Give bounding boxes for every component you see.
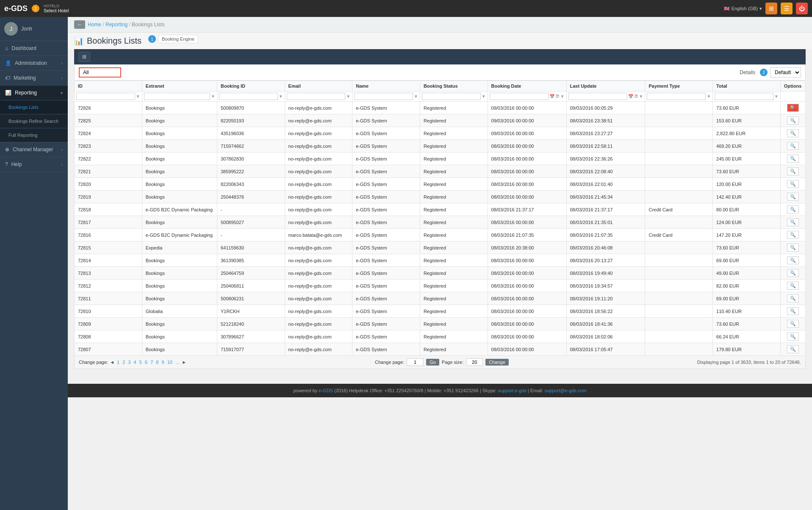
sidebar-sub-reporting: Bookings Lists Bookings Refine Search Fu… — [0, 100, 68, 142]
view-booking-button[interactable]: 🔍 — [787, 294, 799, 302]
filter-id-input[interactable] — [76, 93, 135, 100]
table-cell: 08/03/2016 18:56:22 — [566, 305, 645, 318]
table-cell: 09/03/2016 00:00:00 — [488, 114, 566, 127]
page-link[interactable]: 5 — [139, 360, 144, 365]
filter-last-update-input[interactable] — [568, 93, 627, 100]
page-link[interactable]: 3 — [127, 360, 133, 365]
view-booking-button[interactable]: 🔍 — [787, 193, 799, 201]
language-selector[interactable]: 🇬🇧 English (GB) ▾ — [724, 6, 762, 11]
view-booking-button[interactable]: 🔍 — [787, 116, 799, 125]
calendar2-icon[interactable]: 📅 — [628, 94, 633, 99]
sidebar-item-help[interactable]: ? Help › — [0, 157, 68, 172]
page-link[interactable]: 7 — [150, 360, 155, 365]
view-booking-button[interactable]: 🔍 — [787, 345, 799, 353]
page-link[interactable]: 9 — [161, 360, 166, 365]
chevron-down-icon: ▾ — [61, 91, 63, 95]
change-page-center-label: Change page: — [375, 360, 404, 365]
view-booking-button[interactable]: 🔍 — [787, 307, 799, 315]
options-cell: 🔍 — [780, 241, 805, 254]
view-booking-button[interactable]: 🔍 — [787, 231, 799, 239]
breadcrumb-home[interactable]: Home — [88, 22, 101, 28]
details-dropdown[interactable]: Default — [770, 67, 801, 78]
view-booking-button[interactable]: 🔍 — [787, 320, 799, 328]
filter-total-input[interactable] — [715, 93, 773, 100]
sidebar-item-reporting[interactable]: 📊 Reporting ▾ — [0, 86, 68, 100]
power-icon[interactable]: ⏻ — [796, 3, 808, 14]
sidebar-item-channel-manager[interactable]: ⊕ Channel Manager › — [0, 142, 68, 157]
footer-email-link[interactable]: support@e-gds.com — [544, 388, 586, 393]
sidebar-item-dashboard[interactable]: ⌂ Dashboard — [0, 41, 68, 56]
avatar: J — [4, 22, 18, 36]
filter-extranet-input[interactable] — [144, 93, 210, 100]
view-booking-button[interactable]: 🔍 — [787, 256, 799, 264]
filter-bar: Details 2 Default — [74, 64, 806, 80]
filter-booking-id-icon[interactable]: ▼ — [279, 94, 283, 99]
filter-total-icon[interactable]: ▼ — [774, 94, 779, 99]
sidebar-item-bookings-lists[interactable]: Bookings Lists — [0, 100, 68, 114]
filter-extranet-icon[interactable]: ▼ — [211, 94, 215, 99]
prev-page-arrow[interactable]: ◄ — [110, 360, 114, 365]
sidebar-item-bookings-refine-search[interactable]: Bookings Refine Search — [0, 114, 68, 128]
filter-name-icon[interactable]: ▼ — [414, 94, 418, 99]
page-link[interactable]: 10 — [166, 360, 175, 365]
view-booking-button[interactable]: 🔍 — [787, 244, 799, 252]
sidebar-item-full-reporting[interactable]: Full Reporting — [0, 128, 68, 142]
table-cell: 73.60 EUR — [713, 241, 781, 254]
table-cell: 08/03/2016 19:49:40 — [566, 267, 645, 280]
hotel-selector[interactable]: HOTELS: Select Hotel — [44, 4, 69, 13]
footer-skype-link[interactable]: support.e-gds — [498, 388, 527, 393]
notification-badge[interactable]: 1 — [32, 5, 39, 12]
filter-booking-id-input[interactable] — [219, 93, 278, 100]
grid-view-button[interactable]: ⊞ — [78, 52, 90, 62]
menu-icon[interactable]: ☰ — [781, 3, 793, 14]
go-button[interactable]: Go — [426, 359, 439, 366]
page-link[interactable]: 1 — [116, 360, 122, 365]
view-booking-button[interactable]: 🔍 — [787, 155, 799, 163]
view-booking-button[interactable]: 🔍 — [787, 167, 799, 175]
page-link[interactable]: 6 — [144, 360, 150, 365]
page-link[interactable]: ... — [175, 360, 180, 365]
view-booking-button[interactable]: 🔍 — [787, 142, 799, 150]
filter-status-input[interactable] — [422, 93, 481, 100]
filter-booking-date-input[interactable] — [490, 93, 549, 100]
view-booking-button[interactable]: 🔍 — [787, 333, 799, 341]
clock2-icon[interactable]: ⏱ — [634, 94, 638, 99]
footer-egds-link[interactable]: e-GDS — [319, 388, 333, 393]
view-booking-button[interactable]: 🔍 — [787, 218, 799, 226]
filter-email-input[interactable] — [287, 93, 346, 100]
pagination-left: Change page: ◄ 1 2 3 4 5 6 7 8 9 10 ... … — [79, 360, 186, 365]
view-booking-button[interactable]: 🔍 — [787, 180, 799, 188]
page-link[interactable]: 8 — [155, 360, 161, 365]
view-booking-button[interactable]: 🔍 — [787, 269, 799, 277]
table-cell: 2,822.80 EUR — [713, 127, 781, 140]
table-cell: Bookings — [142, 267, 217, 280]
view-booking-button[interactable]: 🔍 — [787, 205, 799, 213]
page-size-input[interactable] — [466, 358, 483, 366]
filter-id-icon[interactable]: ▼ — [136, 94, 140, 99]
view-booking-button[interactable]: 🔍 — [787, 104, 799, 112]
filter-email-icon[interactable]: ▼ — [346, 94, 350, 99]
clock-icon[interactable]: ⏱ — [555, 94, 560, 99]
next-page-arrow[interactable]: ► — [182, 360, 186, 365]
filter-status-icon[interactable]: ▼ — [482, 94, 486, 99]
page-input[interactable] — [407, 358, 424, 366]
sidebar-item-marketing[interactable]: 🏷 Marketing › — [0, 71, 68, 86]
view-booking-button[interactable]: 🔍 — [787, 282, 799, 290]
sidebar-item-administration[interactable]: 👤 Administration › — [0, 56, 68, 71]
filter-booking-date-icon[interactable]: ▼ — [560, 94, 565, 99]
breadcrumb-reporting[interactable]: Reporting — [105, 22, 127, 28]
breadcrumb-back-button[interactable]: ← — [74, 20, 85, 29]
filter-last-update-icon[interactable]: ▼ — [639, 94, 643, 99]
change-button[interactable]: Change — [485, 359, 509, 366]
filter-name-input[interactable] — [354, 93, 413, 100]
grid-icon[interactable]: ⊞ — [765, 3, 777, 14]
page-link[interactable]: 4 — [133, 360, 139, 365]
page-link[interactable]: 2 — [122, 360, 127, 365]
chevron-right-icon: › — [61, 61, 63, 66]
filter-payment-type-input[interactable] — [647, 93, 706, 100]
filter-payment-icon[interactable]: ▼ — [707, 94, 711, 99]
view-booking-button[interactable]: 🔍 — [787, 129, 799, 137]
filter-all-input[interactable] — [79, 67, 121, 78]
calendar-icon[interactable]: 📅 — [549, 94, 554, 99]
table-cell: 08/03/2016 22:01:40 — [566, 178, 645, 191]
